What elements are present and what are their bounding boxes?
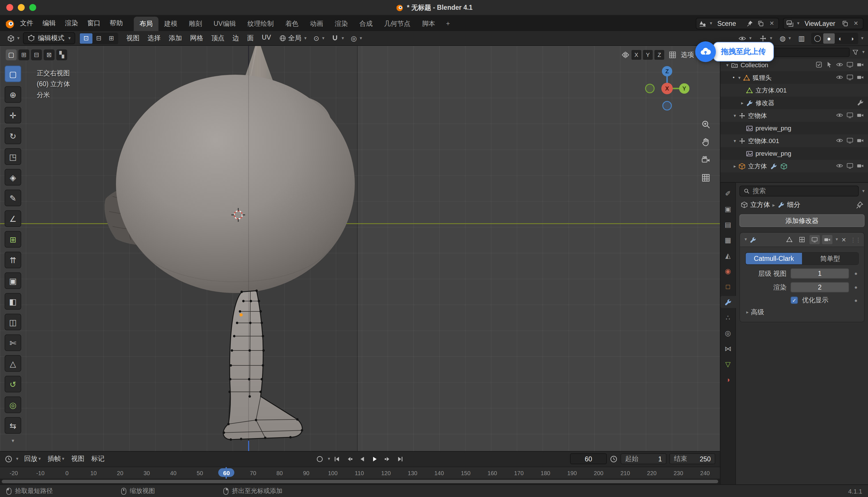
pan-hand-icon[interactable] (701, 137, 711, 147)
blender-menu-logo[interactable] (4, 18, 15, 28)
monitor-toggle[interactable] (846, 61, 854, 69)
workspace-tab-animation[interactable]: 动画 (304, 17, 329, 31)
eye-toggle[interactable] (836, 137, 843, 145)
vertex-select-mode-button[interactable]: ⊡ (80, 33, 92, 43)
tool-scale[interactable]: ◳ (4, 148, 21, 165)
animate-dot[interactable]: ● (853, 297, 859, 303)
properties-tab-object[interactable]: □ (722, 280, 734, 293)
minimize-window-button[interactable] (18, 4, 25, 11)
animate-dot[interactable]: ● (853, 271, 859, 276)
workspace-tab-rendering[interactable]: 渲染 (329, 17, 354, 31)
chevron-down-icon[interactable]: ▾ (736, 75, 743, 80)
viewport-menu-vertex[interactable]: 顶点 (207, 32, 229, 45)
snap-dropdown[interactable]: ▾ (328, 32, 347, 44)
eye-toggle[interactable] (836, 73, 843, 82)
viewport-menu-add[interactable]: 添加 (165, 32, 186, 45)
mirror-axis-x-button[interactable]: X (632, 50, 641, 60)
select-mode-invert[interactable]: ⊠ (44, 49, 55, 60)
chevron-down-icon[interactable]: ▾ (724, 62, 731, 68)
eye-toggle[interactable] (836, 61, 843, 69)
select-mode-subtract[interactable]: ⊟ (31, 49, 42, 60)
auto-keying-toggle[interactable] (314, 454, 325, 464)
new-scene-button[interactable] (756, 19, 766, 28)
tool-measure[interactable]: ∠ (4, 210, 21, 227)
workspace-tab-texture-paint[interactable]: 纹理绘制 (242, 17, 280, 31)
properties-tab-tool[interactable]: ✐ (722, 187, 734, 199)
workspace-tab-uv-editing[interactable]: UV编辑 (208, 17, 242, 31)
overlays-dropdown[interactable]: ◍▾ (777, 32, 794, 44)
timeline-menu-view[interactable]: 视图 (68, 453, 88, 466)
levels-viewport-field[interactable]: 1 (791, 268, 849, 279)
unlink-scene-button[interactable]: ✕ (767, 19, 777, 28)
transform-orientation-dropdown[interactable]: 全局 ▾ (276, 32, 309, 44)
viewport-menu-edge[interactable]: 边 (229, 32, 243, 45)
remove-viewlayer-button[interactable]: ✕ (851, 19, 860, 28)
outliner-row-fox-head[interactable]: •▾狐狸头 (720, 71, 868, 84)
select-mode-intersect[interactable]: ▚ (56, 49, 67, 60)
outliner-row-cube-001[interactable]: 立方体.001 (720, 84, 868, 97)
optimal-display-checkbox[interactable]: ✓ (791, 297, 798, 304)
camera-toggle[interactable] (856, 61, 864, 69)
zoom-icon[interactable] (701, 119, 711, 129)
simple-button[interactable]: 简单型 (802, 253, 858, 264)
camera-toggle[interactable] (856, 137, 864, 145)
tool-poly-build[interactable]: △ (4, 355, 21, 372)
play-button[interactable] (369, 454, 381, 464)
workspace-tab-layout[interactable]: 布局 (134, 17, 159, 31)
tool-cursor[interactable]: ⊕ (4, 86, 21, 103)
workspace-tab-scripting[interactable]: 脚本 (416, 17, 441, 31)
add-workspace-button[interactable]: + (441, 17, 454, 30)
mirror-axis-y-button[interactable]: Y (643, 50, 653, 60)
catmull-clark-button[interactable]: Catmull-Clark (746, 253, 802, 264)
remove-modifier-button[interactable]: ✕ (841, 237, 846, 243)
select-mode-set[interactable]: ▢ (6, 49, 17, 60)
monitor-toggle[interactable] (846, 111, 854, 120)
drag-handle-icon[interactable]: ⋮⋮ (850, 237, 860, 243)
tool-rotate[interactable]: ↻ (4, 128, 21, 144)
animate-dot[interactable]: ● (853, 284, 859, 290)
edit-mode-display-toggle[interactable] (796, 235, 807, 244)
camera-view-icon[interactable] (701, 155, 711, 165)
upload-hint-bubble[interactable]: 拖拽至此上传 (713, 42, 774, 61)
timeline-ruler[interactable]: -20-100102030405070809010011012013014015… (0, 466, 720, 479)
checkbox-toggle[interactable] (815, 61, 823, 69)
tool-inset-faces[interactable]: ▣ (4, 272, 21, 289)
tool-edge-slide[interactable]: ⇆ (4, 417, 21, 434)
timeline-menu-playback[interactable]: 回放▾ (21, 453, 44, 466)
outliner-row-preview-png-2[interactable]: preview_png (720, 147, 868, 160)
camera-toggle[interactable] (856, 162, 864, 170)
workspace-tab-geometry-nodes[interactable]: 几何节点 (378, 17, 416, 31)
shading-solid-button[interactable]: ● (823, 33, 835, 43)
outliner-row-preview-png[interactable]: preview_png (720, 122, 868, 134)
timeline-menu-keying[interactable]: 插帧▾ (44, 453, 68, 466)
menu-render[interactable]: 渲染 (60, 17, 83, 30)
outliner-row-cube[interactable]: ▸立方体 (720, 160, 868, 172)
properties-tab-physics[interactable]: ◎ (722, 327, 734, 339)
tool-smooth[interactable]: ◎ (4, 396, 21, 413)
tool-spin[interactable]: ↺ (4, 376, 21, 393)
clock-icon[interactable] (610, 455, 618, 463)
chevron-right-icon[interactable]: ▸ (739, 100, 746, 105)
chevron-down-icon[interactable]: ▾ (745, 237, 747, 242)
properties-tab-world[interactable]: ◉ (722, 265, 734, 277)
current-frame-field[interactable]: 60 (570, 454, 607, 465)
viewport-3d[interactable]: ▢⊞⊟⊠▚ 正交右视图(60) 立方体分米 ▢⊕✛↻◳◈✎∠⊞⇈▣◧◫✄△↺◎⇆… (0, 46, 720, 451)
face-select-mode-button[interactable]: ⊞ (105, 33, 118, 43)
toolbar-overflow-icon[interactable]: ▾ (4, 438, 21, 443)
workspace-tab-shading[interactable]: 着色 (280, 17, 304, 31)
tool-add-cube[interactable]: ⊞ (4, 231, 21, 247)
scrollbar-handle[interactable] (2, 480, 718, 483)
camera-toggle[interactable] (856, 73, 864, 82)
mirror-axis-z-button[interactable]: Z (654, 50, 664, 60)
prev-keyframe-button[interactable] (344, 454, 355, 464)
properties-tab-output[interactable]: ▤ (722, 218, 734, 230)
menu-edit[interactable]: 编辑 (38, 17, 60, 30)
properties-tab-particles[interactable]: ∴ (722, 311, 734, 324)
menu-help[interactable]: 帮助 (105, 17, 128, 30)
editor-type-button[interactable]: ▾ (4, 32, 22, 44)
cursor-arrow-toggle[interactable] (825, 61, 833, 69)
pin-scene-button[interactable] (746, 19, 755, 28)
modifier-panel-header[interactable]: ▾ ▾ ✕ ⋮⋮ (740, 233, 864, 247)
viewport-menu-select[interactable]: 选择 (144, 32, 165, 45)
workspace-tab-compositing[interactable]: 合成 (354, 17, 378, 31)
